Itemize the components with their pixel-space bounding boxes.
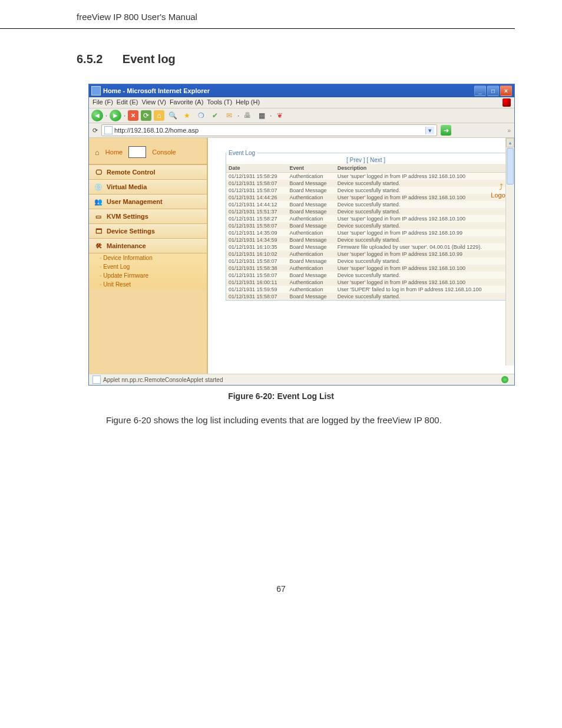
menu-favorite[interactable]: Favorite (A) — [170, 98, 203, 107]
edit-button[interactable]: ▦ — [256, 110, 267, 121]
go-button[interactable]: ➔ — [441, 125, 451, 136]
media-button[interactable]: ✔ — [209, 110, 221, 121]
menu-tools[interactable]: Tools (T) — [207, 98, 232, 107]
nav-kvm-label: KVM Settings — [107, 213, 148, 220]
cell-date: 01/12/1931 15:59:59 — [226, 286, 287, 293]
screenshot-window: Home - Microsoft Internet Explorer _ □ ×… — [88, 84, 515, 386]
cell-event: Board Message — [287, 236, 335, 243]
page-icon — [104, 126, 113, 134]
forward-button[interactable]: ► — [110, 110, 121, 121]
home-link[interactable]: Home — [105, 149, 123, 156]
home-icon[interactable]: ⌂ — [95, 148, 100, 157]
table-row: 01/12/1931 15:58:07Board MessageDevice s… — [226, 187, 505, 194]
address-label-icon: ⟳ — [92, 127, 98, 134]
scroll-thumb[interactable] — [507, 148, 514, 185]
table-row: 01/12/1931 16:00:11AuthenticationUser 's… — [226, 279, 505, 286]
menu-edit[interactable]: Edit (E) — [117, 98, 138, 107]
cell-date: 01/12/1931 16:10:02 — [226, 251, 287, 258]
cell-event: Board Message — [287, 201, 335, 208]
address-text: http://192.168.10.2/home.asp — [114, 127, 424, 134]
col-desc: Description — [335, 164, 505, 173]
maximize-button[interactable]: □ — [487, 85, 499, 96]
table-row: 01/12/1931 16:10:35Board MessageFirmware… — [226, 243, 505, 251]
stop-button[interactable]: × — [128, 110, 138, 121]
cell-desc: Firmware file uploaded by user 'super'. … — [335, 243, 505, 251]
nav-device-settings[interactable]: 🗔 Device Settings — [89, 224, 207, 239]
table-row: 01/12/1931 15:51:37Board MessageDevice s… — [226, 208, 505, 215]
ie-logo-icon — [503, 98, 511, 107]
menu-bar: File (F) Edit (E) View (V) Favorite (A) … — [89, 97, 514, 108]
col-event: Event — [287, 164, 335, 173]
cell-desc: User 'super' logged in from IP address 1… — [335, 279, 505, 286]
menu-view[interactable]: View (V) — [142, 98, 166, 107]
messenger-button[interactable]: ❦ — [274, 110, 286, 121]
subnav-event-log[interactable]: Event Log — [89, 262, 207, 271]
minimize-button[interactable]: _ — [474, 85, 486, 96]
console-preview[interactable] — [128, 146, 146, 158]
toolbar-overflow[interactable]: » — [507, 127, 511, 134]
console-link[interactable]: Console — [152, 149, 176, 156]
cell-event: Board Message — [287, 293, 335, 300]
address-bar: ⟳ http://192.168.10.2/home.asp ▾ ➔ » — [89, 123, 514, 138]
cell-event: Board Message — [287, 187, 335, 194]
table-row: 01/12/1931 15:58:07Board MessageDevice s… — [226, 272, 505, 279]
nav-device-label: Device Settings — [107, 228, 155, 235]
scrollbar-vertical[interactable]: ▲ — [505, 138, 514, 365]
close-button[interactable]: × — [500, 85, 512, 96]
subnav-update-firmware[interactable]: Update Firmware — [89, 271, 207, 280]
refresh-button[interactable]: ⟳ — [141, 110, 151, 121]
back-button[interactable]: ◄ — [91, 110, 103, 121]
table-row: 01/12/1931 14:44:26AuthenticationUser 's… — [226, 194, 505, 201]
window-title: Home - Microsoft Internet Explorer — [103, 87, 210, 94]
cell-date: 01/12/1931 14:44:26 — [226, 194, 287, 201]
section-title: Event log — [123, 52, 176, 65]
cell-date: 01/12/1931 16:00:11 — [226, 279, 287, 286]
subnav-device-info[interactable]: Device Information — [89, 253, 207, 262]
nav-maintenance[interactable]: 🛠 Maintenance — [89, 239, 207, 253]
table-row: 01/12/1931 15:58:07Board MessageDevice s… — [226, 180, 505, 187]
cell-event: Board Message — [287, 222, 335, 229]
nav-virtual-media[interactable]: 💿 Virtual Media — [89, 180, 207, 195]
table-row: 01/12/1931 14:34:59Board MessageDevice s… — [226, 236, 505, 243]
app-icon — [91, 86, 101, 95]
zone-icon — [501, 376, 508, 383]
table-row: 01/12/1931 15:58:38AuthenticationUser 's… — [226, 265, 505, 272]
status-bar: Applet nn.pp.rc.RemoteConsoleApplet star… — [89, 374, 514, 385]
print-button[interactable]: 🖶 — [242, 110, 253, 121]
cell-date: 01/12/1931 16:10:35 — [226, 243, 287, 251]
address-input[interactable]: http://192.168.10.2/home.asp ▾ — [101, 124, 437, 136]
prev-link[interactable]: [ Prev ] — [346, 157, 365, 163]
cell-event: Authentication — [287, 265, 335, 272]
scroll-up-button[interactable]: ▲ — [506, 138, 514, 147]
mail-button[interactable]: ✉ — [223, 110, 235, 121]
cell-date: 01/12/1931 15:58:07 — [226, 187, 287, 194]
cell-date: 01/12/1931 15:51:37 — [226, 208, 287, 215]
cell-date: 01/12/1931 15:58:29 — [226, 173, 287, 180]
history-button[interactable]: ❍ — [195, 110, 207, 121]
menu-help[interactable]: Help (H) — [236, 98, 260, 107]
nav-remote-control[interactable]: 🖵 Remote Control — [89, 165, 207, 180]
cell-date: 01/12/1931 14:34:59 — [226, 236, 287, 243]
nav-kvm-settings[interactable]: ▭ KVM Settings — [89, 209, 207, 224]
cell-desc: Device succesfully started. — [335, 187, 505, 194]
favorites-button[interactable]: ★ — [181, 110, 193, 121]
table-row: 01/12/1931 15:58:07Board MessageDevice s… — [226, 293, 505, 300]
cell-desc: User 'super' logged in from IP address 1… — [335, 194, 505, 201]
cell-date: 01/12/1931 14:44:12 — [226, 201, 287, 208]
kvm-icon: ▭ — [94, 212, 103, 221]
address-dropdown[interactable]: ▾ — [425, 127, 434, 134]
cell-date: 01/12/1931 15:58:07 — [226, 180, 287, 187]
search-button[interactable]: 🔍 — [167, 110, 178, 121]
cell-date: 01/12/1931 15:58:07 — [226, 222, 287, 229]
home-button[interactable]: ⌂ — [154, 110, 164, 121]
status-text: Applet nn.pp.rc.RemoteConsoleApplet star… — [103, 377, 223, 383]
menu-file[interactable]: File (F) — [92, 98, 113, 107]
subnav-unit-reset[interactable]: Unit Reset — [89, 280, 207, 289]
table-row: 01/12/1931 14:44:12Board MessageDevice s… — [226, 201, 505, 208]
cell-event: Authentication — [287, 173, 335, 180]
cell-desc: Device succesfully started. — [335, 201, 505, 208]
next-link[interactable]: [ Next ] — [366, 157, 385, 163]
nav-user-management[interactable]: 👥 User Management — [89, 195, 207, 209]
cell-desc: Device succesfully started. — [335, 208, 505, 215]
cell-desc: Device succesfully started. — [335, 293, 505, 300]
